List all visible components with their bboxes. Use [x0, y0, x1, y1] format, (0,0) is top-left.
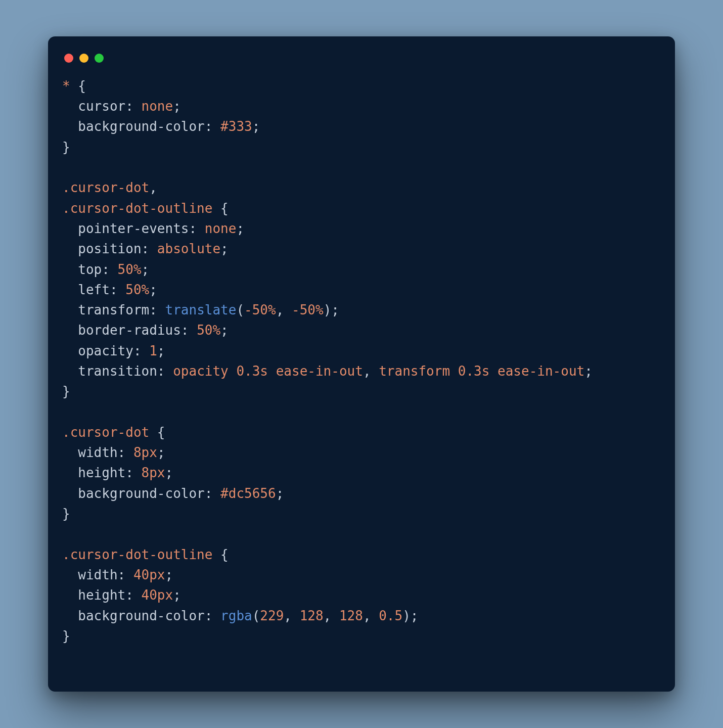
code-token: transform	[379, 363, 458, 379]
minimize-icon[interactable]	[79, 54, 88, 63]
code-token: 1	[149, 343, 157, 358]
code-token: }	[62, 140, 70, 155]
code-token: ,	[149, 180, 157, 195]
code-token	[62, 465, 78, 480]
code-token: {	[157, 425, 165, 440]
code-token: ,	[276, 302, 292, 317]
code-token: 50%	[197, 323, 220, 338]
code-token: 40px	[133, 567, 165, 582]
code-token: 229	[260, 608, 284, 623]
code-token: ;	[157, 343, 165, 358]
code-token	[62, 445, 78, 460]
code-token: ;	[276, 486, 284, 501]
code-token: -50%	[292, 302, 324, 317]
code-token: 50%	[118, 262, 142, 277]
code-token: height	[78, 587, 125, 603]
code-token: -50%	[244, 302, 276, 317]
code-token	[62, 282, 78, 297]
code-token: 0.3s	[458, 363, 490, 379]
code-token: ;	[165, 465, 173, 480]
code-token: ;	[236, 221, 244, 236]
code-token: 0.3s	[236, 363, 268, 379]
code-token: {	[220, 201, 229, 216]
code-token: ;	[220, 241, 229, 256]
code-token: ;	[411, 608, 419, 623]
code-token: 0.5	[379, 608, 402, 623]
code-token: width	[78, 567, 117, 582]
code-token: ;	[173, 587, 181, 603]
code-token: ;	[584, 363, 593, 379]
code-token: opacity	[173, 363, 236, 379]
code-token: ,	[324, 608, 339, 623]
code-token: )	[402, 608, 411, 623]
code-token	[212, 547, 220, 562]
code-token: :	[149, 302, 165, 317]
code-token: background-color	[78, 608, 204, 623]
code-token: height	[78, 465, 125, 480]
code-token: cursor	[78, 99, 125, 114]
code-token: ;	[173, 99, 181, 114]
code-token	[62, 567, 78, 582]
code-token: :	[118, 567, 133, 582]
code-token: ;	[331, 302, 339, 317]
code-token: left	[78, 282, 110, 297]
code-token: {	[220, 547, 229, 562]
code-token: :	[189, 221, 204, 236]
code-token: }	[62, 384, 70, 399]
code-token	[62, 363, 78, 379]
code-token: (	[236, 302, 244, 317]
code-token: ease-in-out	[268, 363, 363, 379]
code-token: opacity	[78, 343, 133, 358]
code-token	[212, 201, 220, 216]
code-token: :	[125, 99, 141, 114]
code-token	[62, 221, 78, 236]
code-token: .cursor-dot	[62, 425, 149, 440]
code-token: :	[125, 465, 141, 480]
code-token	[62, 262, 78, 277]
close-icon[interactable]	[64, 54, 73, 63]
code-token: transition	[78, 363, 157, 379]
code-token: 8px	[142, 465, 165, 480]
code-token: .cursor-dot-outline	[62, 547, 212, 562]
code-token: rgba	[220, 608, 252, 623]
code-window: * { cursor: none; background-color: #333…	[48, 36, 675, 692]
code-token: ;	[252, 119, 260, 134]
code-token	[62, 241, 78, 256]
code-token	[62, 343, 78, 358]
code-token: #333	[220, 119, 252, 134]
code-token: 40px	[142, 587, 173, 603]
code-token	[149, 425, 157, 440]
code-token: translate	[165, 302, 237, 317]
code-token: absolute	[157, 241, 220, 256]
code-token	[70, 78, 78, 94]
code-token: ease-in-out	[489, 363, 584, 379]
code-token	[62, 486, 78, 501]
code-token	[62, 119, 78, 134]
code-token: top	[78, 262, 102, 277]
code-token: border-radius	[78, 323, 181, 338]
code-token: :	[142, 241, 157, 256]
zoom-icon[interactable]	[95, 54, 104, 63]
code-token: ;	[165, 567, 173, 582]
code-token: 8px	[133, 445, 157, 460]
code-token: :	[205, 486, 220, 501]
window-titlebar	[62, 51, 661, 76]
code-token: .cursor-dot-outline	[62, 201, 212, 216]
code-token: :	[181, 323, 197, 338]
code-token: ;	[149, 282, 157, 297]
code-token: *	[62, 78, 70, 94]
code-token: .cursor-dot	[62, 180, 149, 195]
code-token: none	[205, 221, 237, 236]
code-token: background-color	[78, 486, 204, 501]
code-token: width	[78, 445, 117, 460]
code-token: background-color	[78, 119, 204, 134]
code-token: #dc5656	[220, 486, 276, 501]
code-token: ;	[157, 445, 165, 460]
code-token: :	[110, 282, 125, 297]
code-token	[62, 608, 78, 623]
code-token: 128	[300, 608, 324, 623]
code-token: :	[118, 445, 133, 460]
code-token: :	[205, 608, 220, 623]
code-token	[62, 587, 78, 603]
code-token: :	[133, 343, 149, 358]
